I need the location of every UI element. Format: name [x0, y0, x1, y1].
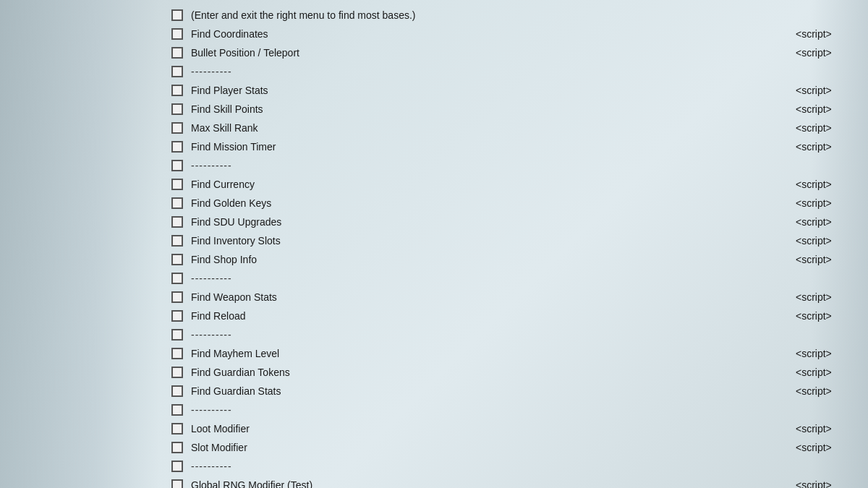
- script-tag-find-weapon-stats: <script>: [796, 291, 854, 303]
- label-find-golden-keys: Find Golden Keys: [188, 197, 796, 209]
- row-slot-modifier: Slot Modifier<script>: [166, 438, 854, 457]
- row-find-mayhem-level: Find Mayhem Level<script>: [166, 344, 854, 363]
- label-sep5: ----------: [188, 404, 854, 416]
- row-intro-note: (Enter and exit the right menu to find m…: [166, 6, 854, 25]
- script-tag-find-sdu-upgrades: <script>: [796, 216, 854, 228]
- checkbox-wrapper-sep4: [166, 329, 188, 341]
- checkbox-max-skill-rank[interactable]: [171, 122, 183, 134]
- checkbox-find-mission-timer[interactable]: [171, 141, 183, 153]
- script-tag-max-skill-rank: <script>: [796, 122, 854, 134]
- label-find-shop-info: Find Shop Info: [188, 254, 796, 265]
- checkbox-wrapper-sep5: [166, 404, 188, 416]
- label-find-mission-timer: Find Mission Timer: [188, 141, 796, 153]
- label-global-rng-modifier: Global RNG Modifier (Test): [188, 479, 796, 488]
- script-tag-global-rng-modifier: <script>: [796, 479, 854, 488]
- checkbox-sep6[interactable]: [171, 461, 183, 472]
- script-tag-find-coordinates: <script>: [796, 28, 854, 40]
- label-sep1: ----------: [188, 66, 854, 77]
- row-bullet-position: Bullet Position / Teleport<script>: [166, 43, 854, 62]
- script-tag-find-currency: <script>: [796, 179, 854, 190]
- script-tag-find-skill-points: <script>: [796, 103, 854, 115]
- row-sep3: ----------: [166, 269, 854, 288]
- checkbox-wrapper-intro-note: [166, 9, 188, 21]
- checkbox-wrapper-sep1: [166, 66, 188, 77]
- checkbox-wrapper-find-shop-info: [166, 254, 188, 265]
- checkbox-wrapper-sep3: [166, 273, 188, 284]
- script-tag-find-mayhem-level: <script>: [796, 348, 854, 359]
- label-find-guardian-tokens: Find Guardian Tokens: [188, 367, 796, 378]
- checkbox-find-mayhem-level[interactable]: [171, 348, 183, 359]
- row-find-shop-info: Find Shop Info<script>: [166, 250, 854, 269]
- checkbox-find-guardian-stats[interactable]: [171, 385, 183, 397]
- row-find-coordinates: Find Coordinates<script>: [166, 25, 854, 43]
- script-tag-find-golden-keys: <script>: [796, 197, 854, 209]
- label-find-weapon-stats: Find Weapon Stats: [188, 291, 796, 303]
- row-find-player-stats: Find Player Stats<script>: [166, 81, 854, 100]
- label-find-mayhem-level: Find Mayhem Level: [188, 348, 796, 359]
- checkbox-wrapper-find-guardian-stats: [166, 385, 188, 397]
- checkbox-wrapper-find-weapon-stats: [166, 291, 188, 303]
- checkbox-wrapper-max-skill-rank: [166, 122, 188, 134]
- checkbox-wrapper-sep6: [166, 461, 188, 472]
- label-bullet-position: Bullet Position / Teleport: [188, 47, 796, 59]
- checkbox-find-player-stats[interactable]: [171, 85, 183, 96]
- script-tag-find-guardian-tokens: <script>: [796, 367, 854, 378]
- checkbox-find-golden-keys[interactable]: [171, 197, 183, 209]
- row-max-skill-rank: Max Skill Rank<script>: [166, 119, 854, 137]
- label-find-guardian-stats: Find Guardian Stats: [188, 385, 796, 397]
- checkbox-find-shop-info[interactable]: [171, 254, 183, 265]
- script-tag-find-shop-info: <script>: [796, 254, 854, 265]
- checkbox-sep1[interactable]: [171, 66, 183, 77]
- label-sep6: ----------: [188, 461, 854, 472]
- checkbox-wrapper-find-mission-timer: [166, 141, 188, 153]
- script-tag-slot-modifier: <script>: [796, 442, 854, 453]
- row-find-guardian-stats: Find Guardian Stats<script>: [166, 382, 854, 401]
- row-sep6: ----------: [166, 457, 854, 476]
- row-find-currency: Find Currency<script>: [166, 175, 854, 194]
- row-find-golden-keys: Find Golden Keys<script>: [166, 194, 854, 213]
- script-tag-find-mission-timer: <script>: [796, 141, 854, 153]
- row-find-mission-timer: Find Mission Timer<script>: [166, 137, 854, 156]
- checkbox-bullet-position[interactable]: [171, 47, 183, 59]
- checkbox-find-reload[interactable]: [171, 310, 183, 322]
- checkbox-sep4[interactable]: [171, 329, 183, 341]
- label-find-skill-points: Find Skill Points: [188, 103, 796, 115]
- row-sep4: ----------: [166, 325, 854, 344]
- label-sep2: ----------: [188, 160, 854, 171]
- checkbox-find-inventory-slots[interactable]: [171, 235, 183, 247]
- script-tag-bullet-position: <script>: [796, 47, 854, 59]
- checkbox-find-guardian-tokens[interactable]: [171, 367, 183, 378]
- checkbox-wrapper-find-mayhem-level: [166, 348, 188, 359]
- row-sep5: ----------: [166, 401, 854, 419]
- checkbox-sep5[interactable]: [171, 404, 183, 416]
- checkbox-sep3[interactable]: [171, 273, 183, 284]
- label-sep4: ----------: [188, 329, 854, 341]
- checkbox-find-currency[interactable]: [171, 179, 183, 190]
- checkbox-wrapper-find-inventory-slots: [166, 235, 188, 247]
- checkbox-find-coordinates[interactable]: [171, 28, 183, 40]
- row-find-skill-points: Find Skill Points<script>: [166, 100, 854, 119]
- checkbox-sep2[interactable]: [171, 160, 183, 171]
- main-content: (Enter and exit the right menu to find m…: [166, 0, 868, 488]
- checkbox-wrapper-loot-modifier: [166, 423, 188, 435]
- checkbox-global-rng-modifier[interactable]: [171, 479, 183, 488]
- row-loot-modifier: Loot Modifier<script>: [166, 419, 854, 438]
- checkbox-loot-modifier[interactable]: [171, 423, 183, 435]
- checkbox-find-skill-points[interactable]: [171, 103, 183, 115]
- checkbox-intro-note[interactable]: [171, 9, 183, 21]
- script-tag-find-player-stats: <script>: [796, 85, 854, 96]
- checkbox-wrapper-sep2: [166, 160, 188, 171]
- checkbox-wrapper-find-golden-keys: [166, 197, 188, 209]
- script-tag-find-inventory-slots: <script>: [796, 235, 854, 247]
- label-slot-modifier: Slot Modifier: [188, 442, 796, 453]
- row-sep1: ----------: [166, 62, 854, 81]
- checkbox-wrapper-find-currency: [166, 179, 188, 190]
- checkbox-find-weapon-stats[interactable]: [171, 291, 183, 303]
- checkbox-slot-modifier[interactable]: [171, 442, 183, 453]
- checkbox-find-sdu-upgrades[interactable]: [171, 216, 183, 228]
- checkbox-wrapper-find-sdu-upgrades: [166, 216, 188, 228]
- script-tag-find-guardian-stats: <script>: [796, 385, 854, 397]
- checkbox-wrapper-global-rng-modifier: [166, 479, 188, 488]
- label-find-coordinates: Find Coordinates: [188, 28, 796, 40]
- checkbox-wrapper-find-coordinates: [166, 28, 188, 40]
